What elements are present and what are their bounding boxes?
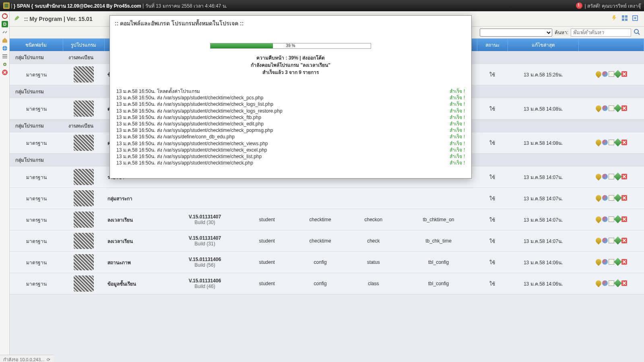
document-icon[interactable] [609,280,614,286]
palette-icon[interactable] [602,238,608,243]
delete-icon[interactable] [621,105,627,111]
log-row: 13 ม.ค.58 16:50น. ส่ง /var/sys/app/stude… [116,114,465,121]
row-actions [579,273,644,294]
col-updated[interactable]: แก้ไขล่าสุด [508,39,578,51]
edit-icon[interactable] [614,104,622,112]
palette-icon[interactable] [602,280,608,286]
document-icon[interactable] [609,174,614,179]
toolbar-bolt-icon[interactable] [611,15,619,23]
col-form-type[interactable]: ชนิดฟอร์ม [10,39,63,51]
spring-icon [74,135,94,151]
palette-icon[interactable] [602,259,608,265]
delete-icon[interactable] [621,195,627,201]
edit-icon[interactable] [614,194,622,202]
log-status: สำเร็จ ! [450,101,465,107]
cell-image [63,188,104,209]
edit-icon[interactable] [614,279,622,287]
sidebar-link-icon[interactable] [2,29,8,35]
sidebar-list-icon[interactable] [2,53,8,60]
cell-status: ใช้ [477,209,508,230]
svg-rect-14 [622,19,624,21]
sidebar-refresh-icon[interactable] [2,13,8,19]
palette-icon[interactable] [602,71,608,77]
col-actions[interactable] [579,39,644,51]
palette-icon[interactable] [602,174,608,179]
edit-icon[interactable] [614,70,622,78]
log-row: 13 ม.ค.58 16:50น. โหลดตั้งค่าโปรแกรมสำเร… [116,88,465,95]
edit-icon[interactable] [614,215,622,223]
log-msg: 13 ม.ค.58 16:50น. ส่ง /var/sys/app/stude… [116,121,450,127]
key-icon[interactable] [594,215,603,223]
cell-image [63,64,104,85]
key-icon[interactable] [594,258,603,266]
document-icon[interactable] [609,140,614,145]
edit-icon[interactable] [614,258,622,266]
log-msg: 13 ม.ค.58 16:50น. ส่ง /var/sys/app/stude… [116,140,450,147]
sidebar-gear-icon[interactable] [2,61,8,68]
delete-icon[interactable] [621,140,627,145]
spring-icon [74,101,94,117]
key-icon[interactable] [594,70,603,78]
statusbar: กำลังรอ 10.0.0.243... ⟳ [0,355,54,362]
sidebar-close-icon[interactable] [2,69,8,76]
table-row[interactable]: มาตรฐานลงเวลาเรียนV.15.01131407Build (31… [10,230,644,252]
key-icon[interactable] [594,104,603,112]
document-icon[interactable] [609,105,614,111]
cell-type: มาตรฐาน [10,98,63,119]
delete-icon[interactable] [621,216,627,222]
filter-select[interactable] [480,29,552,37]
cell-mod3 [347,188,400,209]
app-icon [3,2,10,9]
toolbar-grid-icon[interactable] [621,15,630,23]
col-status[interactable]: สถานะ [477,39,508,51]
row-actions [579,209,644,230]
sidebar-globe-icon[interactable] [2,45,8,51]
document-icon[interactable] [609,259,614,265]
cell-image [63,230,104,252]
delete-icon[interactable] [621,259,627,265]
delete-icon[interactable] [621,174,627,179]
log-status: สำเร็จ ! [450,153,465,160]
row-actions [579,252,644,273]
toolbar-expand-icon[interactable] [632,15,640,23]
key-icon[interactable] [594,194,603,202]
delete-icon[interactable] [621,238,627,243]
sidebar-home-icon[interactable] [2,37,8,43]
palette-icon[interactable] [602,105,608,111]
table-row[interactable]: มาตรฐานสถานะภาพV.15.01131406Build (56)st… [10,252,644,273]
cell-mod3: status [347,252,400,273]
log-row: 13 ม.ค.58 16:50น. ส่ง /var/sys/app/stude… [116,127,465,134]
log-row: 13 ม.ค.58 16:50น. ส่ง /var/sys/app/stude… [116,153,465,160]
edit-icon[interactable] [614,173,622,181]
statusbar-text: กำลังรอ 10.0.0.243... [3,357,44,362]
document-icon[interactable] [609,238,614,243]
sidebar-d-icon[interactable]: D [2,21,8,27]
edit-icon[interactable] [614,237,622,245]
table-row[interactable]: มาตรฐานข้อมูลชั้นเรียนV.15.01131406Build… [10,273,644,294]
document-icon[interactable] [609,216,614,222]
palette-icon[interactable] [602,140,608,145]
log-msg: 13 ม.ค.58 16:50น. ส่ง /var/sys/app/stude… [116,153,450,160]
table-row[interactable]: มาตรฐานกลุ่มสาระกาใช้13 ม.ค.58 14:07น. [10,188,644,209]
search-input[interactable] [571,29,631,37]
search-icon[interactable] [634,29,640,36]
notification-icon[interactable] [576,2,582,9]
palette-icon[interactable] [602,195,608,201]
palette-icon[interactable] [602,216,608,222]
document-icon[interactable] [609,71,614,77]
key-icon[interactable] [594,279,603,287]
document-icon[interactable] [609,195,614,201]
log-row: 13 ม.ค.58 16:50น. ส่ง /var/sys/define/co… [116,134,465,140]
delete-icon[interactable] [621,280,627,286]
edit-icon[interactable] [614,138,622,146]
col-image[interactable]: รูปโปรแกรม [63,39,104,51]
toolbar-edit-icon[interactable] [14,15,22,23]
key-icon[interactable] [594,173,603,181]
key-icon[interactable] [594,237,603,245]
search-label: ค้นหา: [555,29,568,36]
delete-icon[interactable] [621,71,627,77]
key-icon[interactable] [594,138,603,146]
table-row[interactable]: มาตรฐานลงเวลาเรียนV.15.01131407Build (30… [10,209,644,230]
log-row: 13 ม.ค.58 16:50น. ส่ง /var/sys/app/stude… [116,108,465,114]
row-actions [579,64,644,85]
